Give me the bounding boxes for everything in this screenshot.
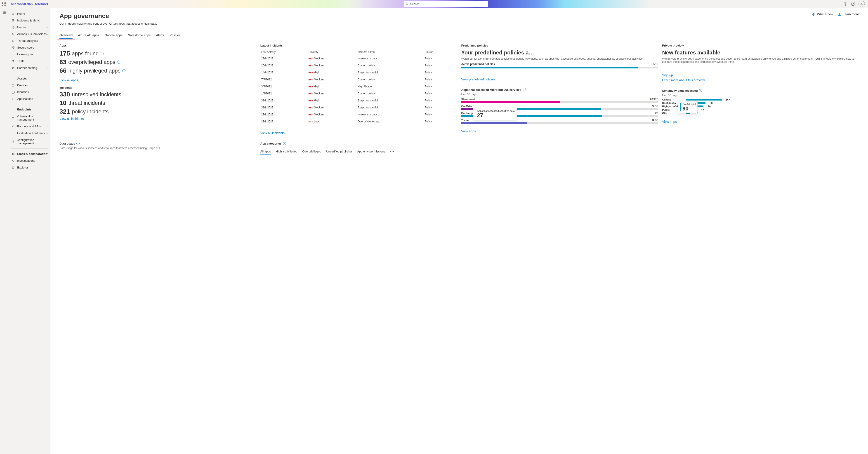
sidebar: ⌂Home⛨Incidents & alerts⌄◎Hunting⌄↻Actio… <box>9 8 51 454</box>
sidebar-item[interactable]: ↻Actions & submissions⌄ <box>9 31 50 37</box>
sidebar-item-label: Applications <box>17 97 33 100</box>
sidebar-item[interactable]: ◎Hunting⌄ <box>9 24 50 31</box>
sidebar-item[interactable]: ⚗Trials <box>9 58 50 64</box>
sidebar-item[interactable]: ⚙Configuration management <box>9 136 50 147</box>
table-row[interactable]: 3/9/2022 HighHigh UsagePolicy <box>260 83 457 90</box>
view-predef-link[interactable]: View predefined policies <box>461 77 495 81</box>
sidebar-item[interactable]: ☣Vulnerability management⌄ <box>9 113 50 123</box>
help-icon[interactable] <box>851 2 855 6</box>
svg-rect-4 <box>4 3 4 4</box>
sidebar-group-endpoints[interactable]: Endpoints⌃ <box>9 106 50 113</box>
sidebar-item[interactable]: ⛨Incidents & alerts⌄ <box>9 17 50 24</box>
learn-preview-link[interactable]: Learn more about this preview <box>662 78 705 82</box>
view-all-incidents-link[interactable]: View all incidents <box>59 117 84 121</box>
app-launcher-icon[interactable] <box>2 2 6 6</box>
tab[interactable]: Overview <box>59 32 72 39</box>
table-header: Source <box>424 48 457 55</box>
sidebar-item[interactable]: ⊕Threat analytics <box>9 37 50 44</box>
book-icon <box>838 12 841 16</box>
sidebar-item[interactable]: ⊞Applications <box>9 95 50 102</box>
info-icon[interactable]: i <box>101 52 104 55</box>
latest-incidents-table: Last ActivitySeverityIncident nameSource… <box>260 48 457 125</box>
learn-more-link[interactable]: Learn more <box>838 12 859 16</box>
tooltip-sensitivity: Confidential90 <box>678 101 698 114</box>
predef-progress <box>461 67 658 68</box>
svg-point-9 <box>406 3 408 5</box>
table-row[interactable]: 23/8/2022 LowOverprivileged ap…Policy <box>260 118 457 125</box>
sidebar-item[interactable]: ▢Devices <box>9 82 50 89</box>
view-apps-link[interactable]: View apps <box>461 129 476 133</box>
category-tab[interactable]: Highly privileged <box>276 149 297 154</box>
search-box[interactable] <box>403 1 488 7</box>
search-wrap <box>49 1 844 7</box>
gear-icon[interactable] <box>844 2 848 6</box>
table-row[interactable]: 31/8/2022 MediumSuspicious activit…Polic… <box>260 104 457 111</box>
sidebar-group-email[interactable]: ✉Email & collaboration⌃ <box>9 151 50 157</box>
category-tab[interactable]: App only permissions <box>357 149 385 154</box>
config-icon: ⚙ <box>11 140 14 143</box>
signup-link[interactable]: Sign up <box>662 73 673 77</box>
sidebar-item[interactable]: ⇄Partner catalog⌄ <box>9 64 50 71</box>
bar-row: Sharepoint60/120 <box>461 98 658 103</box>
flow-icon: ↻ <box>11 32 15 36</box>
sidebar-item[interactable]: ▭Evaluation & tutorials⌄ <box>9 130 50 136</box>
sensitivity-row: General167 <box>662 98 859 101</box>
view-all-incidents-link2[interactable]: View all incidents <box>260 131 285 135</box>
table-row[interactable]: 31/8/2022 HighSuspicious activit…Policy <box>260 97 457 104</box>
info-icon[interactable]: i <box>699 89 702 92</box>
content-tabs: OverviewAzure AD appsGoogle appsSalesfor… <box>59 32 859 39</box>
table-row[interactable]: 23/8/2022 MediumIncrease in data u…Polic… <box>260 111 457 118</box>
table-row[interactable]: 7/9/2022 MediumCustom policyPolicy <box>260 76 457 83</box>
sidebar-item[interactable]: ↻Investigations <box>9 157 50 164</box>
stat-apps-found-n: 175 <box>59 50 70 57</box>
sidebar-item[interactable]: ◯Identities <box>9 89 50 95</box>
table-row[interactable]: 20/9/2022 MediumCustom policyPolicy <box>260 62 457 69</box>
sidebar-item-label: Configuration management <box>17 138 48 145</box>
preview-body: With private preview, you'll experience … <box>662 57 859 63</box>
chevron-up-icon: ⌃ <box>46 108 48 111</box>
info-icon[interactable]: i <box>283 142 286 145</box>
svg-rect-3 <box>2 3 3 4</box>
category-tab[interactable]: All apps <box>260 149 271 154</box>
search-input[interactable] <box>410 2 486 6</box>
chevron-down-icon: ⌄ <box>46 26 48 29</box>
sidebar-group-assets[interactable]: Assets⌃ <box>9 75 50 82</box>
sidebar-separator <box>11 104 48 104</box>
category-tab[interactable]: Unverified publisher <box>326 149 352 154</box>
product-title[interactable]: Microsoft 365 Defender <box>11 2 49 6</box>
category-tab[interactable]: Overprivileged <box>302 149 321 154</box>
page-title: App governance <box>59 12 157 20</box>
tab[interactable]: Alerts <box>156 32 164 39</box>
tab[interactable]: Salesforce apps <box>128 32 151 39</box>
tab[interactable]: Policies <box>169 32 180 39</box>
view-all-apps-link[interactable]: View all apps <box>59 78 78 82</box>
table-row[interactable]: 22/9/2022 MediumIncrease in data u…Polic… <box>260 55 457 62</box>
card-title-preview: Private preview <box>662 42 859 48</box>
hamburger-icon[interactable] <box>3 11 6 15</box>
sidebar-item-label: Partners and APIs <box>17 125 41 128</box>
predef-body: Watch out for alerts from default polici… <box>461 57 658 60</box>
avatar[interactable]: RS <box>859 1 865 7</box>
sidebar-item-label: Incidents & alerts <box>17 19 40 22</box>
card-title-datausage: Data usage <box>59 140 75 147</box>
tab[interactable]: Google apps <box>105 32 123 39</box>
more-icon[interactable]: ••• <box>390 150 395 153</box>
table-row[interactable]: 14/9/2022 HighSuspicious activit…Policy <box>260 69 457 76</box>
info-icon[interactable]: i <box>122 69 125 72</box>
sidebar-item[interactable]: ⊡Explorer <box>9 164 50 171</box>
sidebar-item[interactable]: ⇄Partners and APIs⌄ <box>9 123 50 130</box>
tab[interactable]: Azure AD apps <box>78 32 99 39</box>
info-icon[interactable]: i <box>117 61 120 64</box>
sidebar-item-label: Trials <box>17 59 24 63</box>
sidebar-item[interactable]: 🏆︎Secure score <box>9 44 50 51</box>
sidebar-item[interactable]: ⌂Home <box>9 10 50 17</box>
info-icon[interactable]: i <box>523 88 526 91</box>
vuln-icon: ☣ <box>11 116 15 120</box>
info-icon[interactable]: i <box>76 142 80 145</box>
table-row[interactable]: 1/9/2022 MediumCustom policyPolicy <box>260 90 457 97</box>
globe-icon: ⊕ <box>11 39 15 42</box>
whats-new-link[interactable]: What's new <box>812 12 833 16</box>
view-apps-link2[interactable]: View apps <box>662 120 677 124</box>
sidebar-item[interactable]: ▭Learning hub <box>9 51 50 58</box>
main-content: App governance Get in-depth visibility a… <box>51 8 868 454</box>
